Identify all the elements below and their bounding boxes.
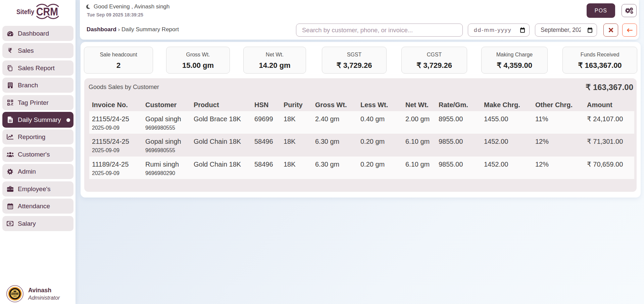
svg-text:Sitefiy: Sitefiy <box>16 8 34 16</box>
svg-text:CRM: CRM <box>36 5 58 18</box>
svg-text:PREMIUM: PREMIUM <box>11 293 19 295</box>
svg-text:100%: 100% <box>13 295 17 297</box>
